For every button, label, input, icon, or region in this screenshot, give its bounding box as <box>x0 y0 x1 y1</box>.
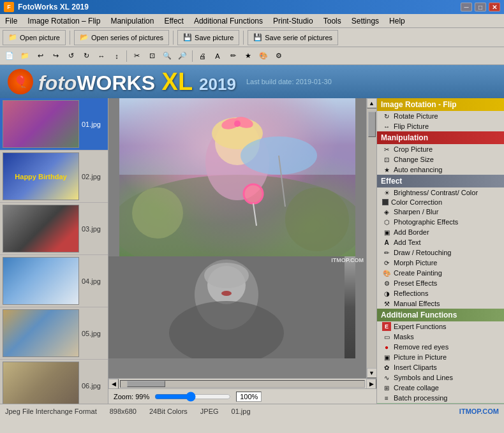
zoom-slider[interactable] <box>154 392 231 401</box>
menu-file[interactable]: File <box>0 15 22 27</box>
menu-print-studio[interactable]: Print-Studio <box>268 15 318 27</box>
print-icon[interactable]: 🖨 <box>195 49 209 63</box>
panel-item-symbols[interactable]: ∿ Symbols and Lines <box>377 372 504 383</box>
section-header-rotation[interactable]: Image Rotation - Flip <box>377 98 504 111</box>
scroll-up-button[interactable]: ▲ <box>367 98 377 108</box>
thumbnail-item-4[interactable]: 04.jpg <box>0 255 108 307</box>
canvas-scroll[interactable]: ITMOP.COM <box>108 98 366 378</box>
draw-icon[interactable]: ✏ <box>226 49 240 63</box>
close-button[interactable]: ✕ <box>489 3 500 11</box>
rotate-picture-icon: ↻ <box>382 112 391 121</box>
panel-item-masks[interactable]: ▭ Masks <box>377 332 504 342</box>
save-serie-button[interactable]: 💾 Save serie of pictures <box>248 30 338 45</box>
menu-manipulation[interactable]: Manipulation <box>105 15 159 27</box>
panel-item-cliparts[interactable]: ✿ Insert Cliparts <box>377 362 504 372</box>
thumbnail-item-2[interactable]: Happy Birthday 02.jpg <box>0 150 108 203</box>
redo-icon[interactable]: ↪ <box>48 49 63 63</box>
section-header-additional[interactable]: Additional Functions <box>377 309 504 321</box>
flip-h-icon[interactable]: ↔ <box>94 49 108 63</box>
thumbnail-item-6[interactable]: 06.jpg <box>0 360 108 404</box>
panel-item-auto-enhancing[interactable]: ★ Auto enhancing <box>377 165 504 175</box>
new-icon[interactable]: 📄 <box>3 49 17 63</box>
panel-item-preset-effects[interactable]: ⚙ Preset Effects <box>377 278 504 288</box>
logo-icon: 🎈 <box>8 69 33 94</box>
settings-icon[interactable]: ⚙ <box>272 49 286 63</box>
thumbnail-item-5[interactable]: 05.jpg <box>0 307 108 360</box>
menu-help[interactable]: Help <box>384 15 410 27</box>
right-panel: Image Rotation - Flip ↻ Rotate Picture ↔… <box>376 98 504 404</box>
vertical-scrollbar[interactable]: ▲ ▼ <box>366 98 376 378</box>
bw-photo-svg <box>108 256 345 358</box>
rotate-right-icon[interactable]: ↻ <box>79 49 93 63</box>
open-series-button[interactable]: 📂 Open series of pictures <box>74 30 169 45</box>
thumbnail-item-3[interactable]: 03.jpg <box>0 203 108 255</box>
h-scroll-thumb[interactable] <box>127 381 165 387</box>
rotate-left-icon[interactable]: ↺ <box>64 49 78 63</box>
save-icon: 💾 <box>183 33 192 41</box>
panel-item-rotate-picture[interactable]: ↻ Rotate Picture <box>377 111 504 121</box>
thumbnail-image-2: Happy Birthday <box>3 152 79 200</box>
crop-icon[interactable]: ✂ <box>130 49 144 63</box>
app-title: FotoWorks XL 2019 <box>18 3 89 11</box>
section-header-manipulation[interactable]: Manipulation <box>377 131 504 144</box>
toolbar: 📁 Open picture 📂 Open series of pictures… <box>0 28 504 47</box>
panel-item-color-correction[interactable]: Color Correction <box>377 198 504 207</box>
scroll-left-button[interactable]: ◀ <box>108 379 119 389</box>
menu-tools[interactable]: Tools <box>318 15 346 27</box>
flip-v-icon[interactable]: ↕ <box>110 49 124 63</box>
panel-item-draw[interactable]: ✏ Draw / Retouching <box>377 247 504 258</box>
menu-effect[interactable]: Effect <box>159 15 188 27</box>
panel-item-photographic[interactable]: ⬡ Photographic Effects <box>377 217 504 227</box>
thumbnail-item-1[interactable]: 01.jpg <box>0 98 108 150</box>
panel-item-add-border[interactable]: ▣ Add Border <box>377 227 504 237</box>
scroll-thumb[interactable] <box>368 112 376 137</box>
h-scroll-track[interactable] <box>120 380 365 388</box>
red-eyes-icon: ● <box>382 342 391 351</box>
open-icon[interactable]: 📁 <box>18 49 32 63</box>
panel-item-sharpen[interactable]: ◈ Sharpen / Blur <box>377 207 504 217</box>
scroll-down-button[interactable]: ▼ <box>367 368 377 378</box>
panel-item-morph[interactable]: ⟳ Morph Picture <box>377 258 504 268</box>
save-picture-button[interactable]: 💾 Save picture <box>177 30 239 45</box>
main-image-color <box>119 98 355 256</box>
panel-item-picture-in-picture[interactable]: ▣ Picture in Picture <box>377 352 504 362</box>
panel-item-change-size[interactable]: ⊡ Change Size <box>377 154 504 165</box>
open-picture-button[interactable]: 📁 Open picture <box>3 30 66 45</box>
itmop-watermark: ITMOP.COM <box>459 407 499 415</box>
undo-icon[interactable]: ↩ <box>33 49 47 63</box>
panel-item-manual-effects[interactable]: ⚒ Manual Effects <box>377 298 504 309</box>
scroll-track[interactable] <box>367 108 376 368</box>
maximize-button[interactable]: □ <box>475 3 486 11</box>
panel-item-expert[interactable]: E Expert Functions <box>377 321 504 332</box>
panel-item-crop[interactable]: ✂ Crop Picture <box>377 144 504 154</box>
flip-picture-icon: ↔ <box>382 122 391 131</box>
effects-icon[interactable]: ★ <box>241 49 255 63</box>
menu-additional-functions[interactable]: Additional Functions <box>189 15 268 27</box>
manual-effects-icon: ⚒ <box>382 299 391 308</box>
panel-item-red-eyes[interactable]: ● Remove red eyes <box>377 342 504 352</box>
thumbnail-image-4 <box>3 257 79 305</box>
panel-item-add-text[interactable]: A Add Text <box>377 237 504 247</box>
resize-icon[interactable]: ⊡ <box>145 49 159 63</box>
panel-item-flip-picture[interactable]: ↔ Flip Picture <box>377 121 504 131</box>
zoom-out-icon[interactable]: 🔎 <box>175 49 189 63</box>
panel-item-batch[interactable]: ≡ Batch processing <box>377 393 504 403</box>
menu-settings[interactable]: Settings <box>346 15 384 27</box>
toolbar-sep-2 <box>173 31 174 45</box>
text-icon[interactable]: A <box>211 49 225 63</box>
menu-image-rotation[interactable]: Image Rotation – Flip <box>22 15 105 27</box>
panel-item-create-painting[interactable]: 🎨 Create Painting <box>377 268 504 278</box>
horizontal-scrollbar[interactable]: ◀ ▶ <box>108 378 376 388</box>
scroll-right-button[interactable]: ▶ <box>366 379 376 389</box>
zoom-in-icon[interactable]: 🔍 <box>160 49 174 63</box>
panel-item-brightness[interactable]: ☀ Brightness/ Contrast/ Color <box>377 187 504 198</box>
color-icon[interactable]: 🎨 <box>256 49 271 63</box>
zoom-label: Zoom: 99% <box>114 393 149 400</box>
panel-item-collage[interactable]: ⊞ Create collage <box>377 383 504 393</box>
minimize-button[interactable]: ─ <box>461 3 472 11</box>
section-header-effect[interactable]: Effect <box>377 175 504 187</box>
panel-item-reflections[interactable]: ◑ Reflections <box>377 288 504 298</box>
main-area: 01.jpg Happy Birthday 02.jpg 03.jpg 04.j… <box>0 98 504 404</box>
picture-in-picture-icon: ▣ <box>382 353 391 362</box>
undo-area: Undo <box>377 403 504 404</box>
